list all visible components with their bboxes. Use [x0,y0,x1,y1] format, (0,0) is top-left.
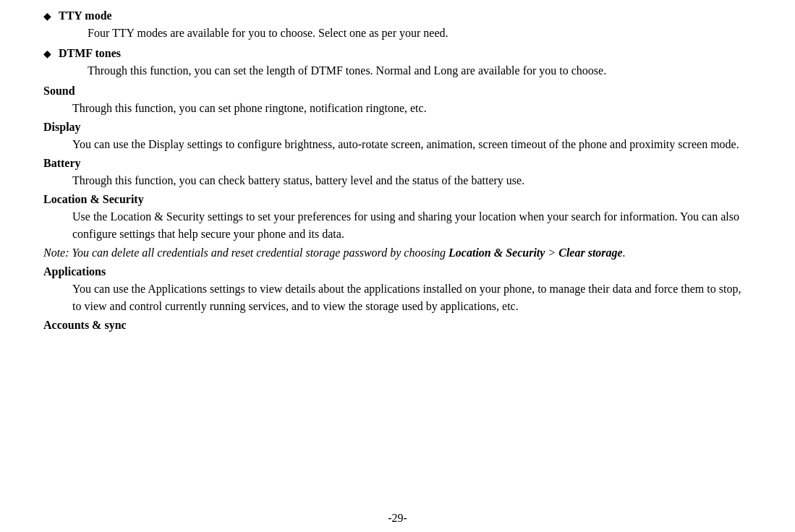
tty-mode-heading: TTY mode [59,9,112,22]
page-container: ◆ TTY mode Four TTY modes are available … [0,0,795,532]
battery-section: Battery Through this function, you can c… [43,155,752,189]
main-content: ◆ TTY mode Four TTY modes are available … [43,7,752,334]
sound-body: Through this function, you can set phone… [43,100,752,117]
applications-heading: Applications [43,263,752,280]
page-number: -29- [0,512,795,525]
note-bold: Location & Security [448,246,545,259]
location-heading: Location & Security [43,191,752,208]
location-body: Use the Location & Security settings to … [43,208,752,243]
note-bold2: Clear storage [558,246,622,259]
dtmf-tones-item: ◆ DTMF tones Through this function, you … [43,45,752,80]
battery-body: Through this function, you can check bat… [43,172,752,189]
display-body: You can use the Display settings to conf… [43,136,752,153]
applications-section: Applications You can use the Application… [43,263,752,315]
display-heading: Display [43,119,752,136]
dtmf-tones-heading: DTMF tones [59,47,121,59]
tty-mode-text: TTY mode Four TTY modes are available fo… [59,7,752,42]
bullet-diamond-1: ◆ [43,9,51,24]
dtmf-tones-text: DTMF tones Through this function, you ca… [59,45,752,80]
tty-mode-body: Four TTY modes are available for you to … [59,25,752,42]
sound-section: Sound Through this function, you can set… [43,82,752,117]
location-note: Note: You can delete all credentials and… [43,244,752,262]
location-body-text: Use the Location & Security settings to … [72,210,739,240]
note-middle: > [545,246,558,259]
location-section: Location & Security Use the Location & S… [43,191,752,262]
note-prefix: Note: You can delete all credentials and… [43,246,448,259]
sound-heading: Sound [43,82,752,100]
dtmf-tones-body: Through this function, you can set the l… [59,62,752,80]
bullet-diamond-2: ◆ [43,46,51,61]
display-section: Display You can use the Display settings… [43,119,752,153]
tty-mode-item: ◆ TTY mode Four TTY modes are available … [43,7,752,42]
applications-body: You can use the Applications settings to… [43,280,752,315]
accounts-heading: Accounts & sync [43,317,752,334]
accounts-section: Accounts & sync [43,317,752,334]
note-suffix: . [623,246,626,259]
battery-heading: Battery [43,155,752,172]
